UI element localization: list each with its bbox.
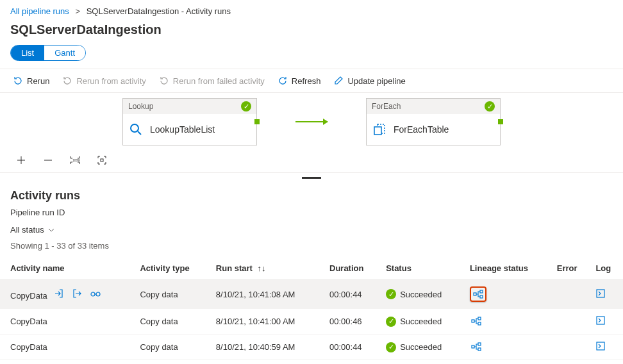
page-title: SQLServerDataIngestion	[0, 19, 623, 45]
cell-run-start: 8/10/21, 10:41:08 AM	[211, 280, 324, 309]
log-button[interactable]	[595, 318, 606, 327]
breadcrumb-root-link[interactable]: All pipeline runs	[10, 6, 69, 16]
col-run-start-label: Run start	[216, 263, 253, 273]
section-title: Activity runs	[0, 179, 623, 208]
svg-rect-4	[101, 159, 103, 161]
cell-activity-type: Copy data	[135, 309, 210, 335]
activity-runs-table: Activity name Activity type Run start ↑↓…	[0, 257, 623, 360]
success-badge-icon: ✓	[485, 101, 495, 112]
col-log[interactable]: Log	[590, 257, 623, 280]
update-pipeline-button[interactable]: Update pipeline	[333, 76, 405, 86]
col-activity-type[interactable]: Activity type	[135, 257, 210, 280]
rerun-failed-label: Rerun from failed activity	[173, 76, 265, 86]
input-icon[interactable]	[54, 288, 64, 301]
cell-error	[552, 335, 591, 360]
status-filter-label: All status	[10, 225, 44, 235]
lineage-status-button[interactable]	[470, 286, 486, 302]
svg-point-6	[96, 292, 100, 296]
output-icon[interactable]	[72, 288, 82, 301]
table-row[interactable]: CopyDataCopy data8/10/21, 10:40:59 AM00:…	[0, 335, 623, 360]
col-error[interactable]: Error	[552, 257, 591, 280]
rerun-activity-label: Rerun from activity	[76, 76, 145, 86]
log-button[interactable]	[595, 291, 606, 301]
cell-status: ✓ Succeeded	[386, 289, 442, 299]
cell-duration: 00:00:44	[324, 280, 381, 309]
status-filter-dropdown[interactable]: All status	[10, 225, 54, 235]
chevron-down-icon	[48, 227, 54, 233]
svg-rect-9	[480, 295, 483, 298]
pipeline-run-id-label: Pipeline run ID	[0, 208, 623, 225]
foreach-icon	[372, 122, 387, 137]
details-icon[interactable]	[90, 288, 101, 301]
lineage-status-button[interactable]	[470, 315, 483, 327]
table-row[interactable]: CopyDataCopy data8/10/21, 10:41:00 AM00:…	[0, 309, 623, 335]
refresh-icon	[278, 76, 288, 86]
edit-icon	[333, 76, 344, 86]
success-icon: ✓	[386, 317, 396, 327]
cell-activity-type: Copy data	[135, 335, 210, 360]
update-pipeline-label: Update pipeline	[347, 76, 405, 86]
svg-rect-11	[472, 320, 474, 322]
node-lookup-name: LookupTableList	[150, 124, 215, 135]
rerun-label: Rerun	[27, 76, 49, 86]
svg-rect-17	[478, 348, 481, 351]
lookup-icon	[128, 122, 144, 137]
connector-dot	[498, 119, 503, 124]
results-count: Showing 1 - 33 of 33 items	[0, 241, 623, 257]
zoom-out-button[interactable]	[42, 154, 54, 166]
view-toggle: List Gantt	[0, 45, 623, 66]
svg-rect-16	[478, 343, 481, 345]
rerun-icon	[13, 76, 23, 86]
col-run-start[interactable]: Run start ↑↓	[211, 257, 324, 280]
cell-duration: 00:00:44	[324, 335, 381, 360]
cell-activity-name: CopyData	[10, 342, 47, 352]
connector-dot	[254, 119, 260, 124]
refresh-label: Refresh	[292, 76, 321, 86]
log-button[interactable]	[595, 343, 606, 353]
success-icon: ✓	[386, 342, 396, 352]
svg-point-5	[91, 292, 95, 296]
zoom-reset-button[interactable]: 100%	[69, 154, 81, 166]
col-activity-name[interactable]: Activity name	[0, 257, 135, 280]
cell-duration: 00:00:46	[324, 309, 381, 335]
svg-rect-13	[478, 322, 481, 325]
zoom-in-button[interactable]	[15, 154, 27, 166]
svg-rect-12	[478, 317, 481, 320]
node-foreach[interactable]: ForEach ✓ ForEachTable	[366, 98, 501, 145]
node-lookup[interactable]: Lookup ✓ LookupTableList	[122, 98, 257, 145]
cell-activity-name: CopyData	[10, 317, 47, 326]
cell-run-start: 8/10/21, 10:41:00 AM	[211, 309, 324, 335]
connector-arrow	[295, 121, 328, 122]
node-lookup-type: Lookup	[128, 102, 153, 111]
cell-error	[552, 309, 591, 335]
tab-gantt[interactable]: Gantt	[44, 46, 85, 60]
node-foreach-type: ForEach	[372, 102, 401, 111]
table-row[interactable]: CopyDataCopy data8/10/21, 10:41:08 AM00:…	[0, 280, 623, 309]
col-lineage-status[interactable]: Lineage status	[465, 257, 552, 280]
zoom-fit-button[interactable]	[96, 154, 108, 166]
rerun-button[interactable]: Rerun	[13, 76, 49, 86]
success-icon: ✓	[386, 289, 396, 299]
lineage-status-button[interactable]	[470, 341, 483, 352]
cell-activity-type: Copy data	[135, 280, 210, 309]
cell-status: ✓ Succeeded	[386, 342, 442, 352]
node-foreach-name: ForEachTable	[394, 124, 449, 135]
svg-rect-8	[480, 290, 483, 293]
svg-rect-2	[374, 127, 381, 135]
breadcrumb: All pipeline runs > SQLServerDataIngesti…	[0, 0, 623, 19]
rerun-activity-icon	[62, 76, 72, 86]
toolbar: Rerun Rerun from activity Rerun from fai…	[0, 69, 623, 92]
col-duration[interactable]: Duration	[324, 257, 381, 280]
breadcrumb-current: SQLServerDataIngestion - Activity runs	[87, 6, 231, 16]
cell-status: ✓ Succeeded	[386, 317, 442, 327]
breadcrumb-separator: >	[75, 6, 80, 16]
pipeline-canvas: Lookup ✓ LookupTableList ForEach ✓ ForEa…	[0, 92, 623, 173]
tab-list[interactable]: List	[11, 46, 44, 60]
rerun-from-activity-button: Rerun from activity	[62, 76, 145, 86]
col-status[interactable]: Status	[381, 257, 465, 280]
svg-rect-15	[472, 345, 474, 348]
refresh-button[interactable]: Refresh	[278, 76, 321, 86]
cell-run-start: 8/10/21, 10:40:59 AM	[211, 335, 324, 360]
cell-activity-name: CopyData	[10, 291, 47, 301]
rerun-from-failed-button: Rerun from failed activity	[159, 76, 265, 86]
